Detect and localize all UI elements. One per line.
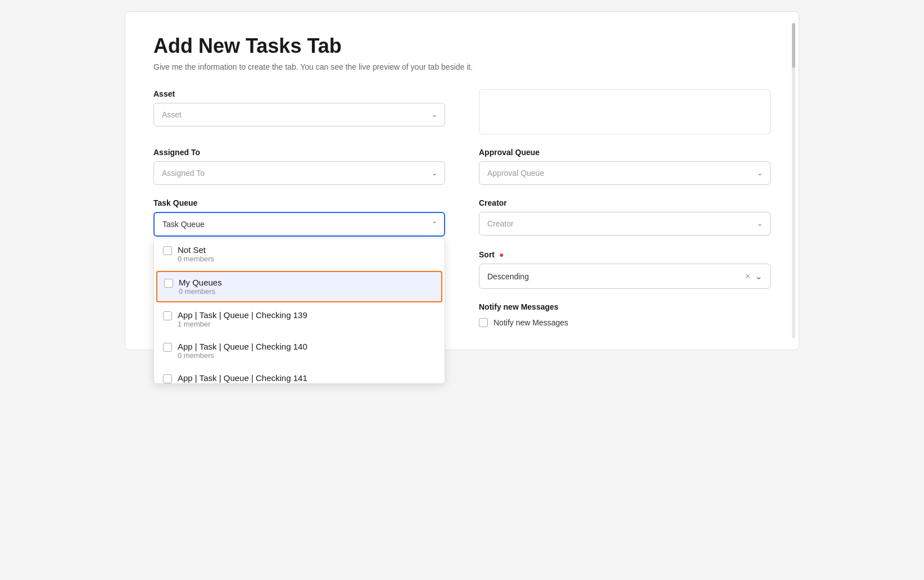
checking-139-sub: 1 member (178, 320, 307, 328)
creator-label: Creator (479, 198, 771, 207)
task-queue-dropdown-menu: Not Set 0 members My Queues 0 members (153, 238, 445, 384)
sort-value: Descending (487, 272, 529, 281)
creator-group: Creator Creator ⌄ (479, 198, 771, 237)
approval-queue-label: Approval Queue (479, 148, 771, 157)
checking-139-name: App | Task | Queue | Checking 139 (178, 310, 307, 320)
checkbox-checking-140[interactable] (163, 343, 172, 352)
sort-icons: × ⌄ (745, 271, 762, 282)
page-container: Add New Tasks Tab Give me the informatio… (125, 11, 799, 350)
approval-queue-select[interactable]: Approval Queue (479, 161, 771, 185)
dropdown-item-checking-139[interactable]: App | Task | Queue | Checking 139 1 memb… (154, 303, 445, 335)
approval-queue-select-wrapper: Approval Queue ⌄ (479, 161, 771, 185)
creator-select-wrapper: Creator ⌄ (479, 212, 771, 235)
notify-group: Notify new Messages Notify new Messages (479, 302, 771, 327)
dropdown-item-checking-141[interactable]: App | Task | Queue | Checking 141 (154, 366, 445, 383)
preview-box (479, 89, 771, 134)
my-queues-name: My Queues (179, 278, 222, 287)
preview-group (479, 89, 771, 134)
checking-139-text: App | Task | Queue | Checking 139 1 memb… (178, 310, 307, 328)
sort-clear-icon[interactable]: × (745, 271, 750, 282)
checkbox-checking-141[interactable] (163, 374, 172, 383)
sort-required-dot: ● (499, 250, 504, 259)
sort-select[interactable]: Descending × ⌄ (479, 264, 771, 289)
not-set-name: Not Set (178, 245, 214, 255)
assigned-to-label: Assigned To (153, 148, 445, 157)
checkbox-checking-139[interactable] (163, 311, 172, 320)
notify-row: Notify new Messages (479, 318, 771, 327)
checking-140-sub: 0 members (178, 351, 307, 360)
notify-label: Notify new Messages (479, 302, 771, 311)
creator-placeholder: Creator (487, 219, 514, 228)
my-queues-text: My Queues 0 members (179, 278, 222, 296)
task-queue-select[interactable]: Task Queue (153, 212, 445, 237)
page-title: Add New Tasks Tab (153, 34, 771, 58)
dropdown-item-not-set[interactable]: Not Set 0 members (154, 238, 445, 270)
assigned-to-select[interactable]: Assigned To (153, 161, 445, 185)
page-subtitle: Give me the information to create the ta… (153, 62, 771, 71)
not-set-sub: 0 members (178, 255, 214, 263)
dropdown-item-checking-140[interactable]: App | Task | Queue | Checking 140 0 memb… (154, 335, 445, 366)
checking-140-text: App | Task | Queue | Checking 140 0 memb… (178, 342, 307, 360)
notify-checkbox[interactable] (479, 318, 488, 327)
creator-select[interactable]: Creator (479, 212, 771, 235)
task-queue-dropdown-container: Task Queue ⌃ Not Set 0 members (153, 212, 445, 237)
asset-label: Asset (153, 89, 445, 98)
checking-141-text: App | Task | Queue | Checking 141 (178, 373, 307, 383)
assigned-to-select-wrapper: Assigned To ⌄ (153, 161, 445, 185)
scrollbar-track[interactable] (792, 23, 795, 338)
checkbox-not-set[interactable] (163, 246, 172, 255)
dropdown-item-my-queues[interactable]: My Queues 0 members (156, 271, 442, 302)
approval-queue-group: Approval Queue Approval Queue ⌄ (479, 148, 771, 185)
asset-group: Asset Asset ⌄ (153, 89, 445, 134)
checking-140-name: App | Task | Queue | Checking 140 (178, 342, 307, 351)
assigned-to-group: Assigned To Assigned To ⌄ (153, 148, 445, 185)
sort-chevron-icon: ⌄ (755, 271, 762, 282)
checking-141-name: App | Task | Queue | Checking 141 (178, 373, 307, 383)
form-grid: Asset Asset ⌄ Assigned To Assigned To ⌄ (153, 89, 771, 327)
sort-label: Sort ● (479, 250, 771, 259)
my-queues-sub: 0 members (179, 287, 222, 296)
checkbox-my-queues[interactable] (164, 279, 173, 288)
task-queue-group: Task Queue Task Queue ⌃ Not Set 0 mem (153, 198, 445, 237)
not-set-text: Not Set 0 members (178, 245, 214, 263)
approval-queue-placeholder: Approval Queue (487, 169, 544, 178)
task-queue-select-wrapper: Task Queue ⌃ (153, 212, 445, 237)
notify-checkbox-label: Notify new Messages (493, 318, 568, 327)
assigned-to-placeholder: Assigned To (162, 169, 205, 178)
sort-group: Sort ● Descending × ⌄ (479, 250, 771, 289)
task-queue-label: Task Queue (153, 198, 445, 207)
task-queue-placeholder: Task Queue (162, 220, 205, 229)
scrollbar-thumb[interactable] (792, 23, 795, 68)
asset-select[interactable]: Asset (153, 103, 445, 126)
asset-select-wrapper: Asset ⌄ (153, 103, 445, 126)
asset-placeholder: Asset (162, 110, 182, 119)
